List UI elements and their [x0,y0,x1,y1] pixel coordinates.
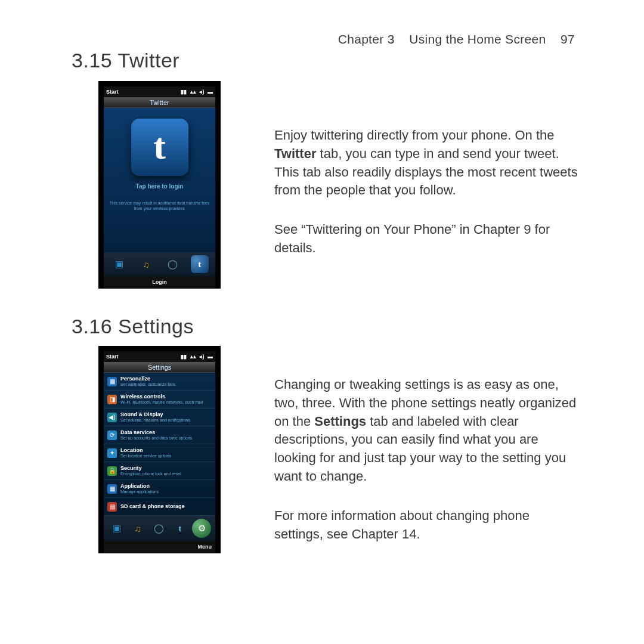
home-tabs: ▣ ♫ ◯ t [104,252,215,276]
settings-row-wireless[interactable]: ◨ Wireless controlsWi-Fi, Bluetooth, mob… [104,391,215,408]
start-label[interactable]: Start [106,354,119,360]
chapter-label: Chapter 3 [338,32,395,46]
status-icons: ▮▮ ▴▴ ◂) ▬ [179,89,213,95]
settings-row-application[interactable]: ▦ ApplicationManage applications [104,480,215,498]
settings-row-personalize[interactable]: ▦ PersonalizeSet wallpaper, customize ta… [104,373,215,391]
phone-screenshot-twitter: Start ▮▮ ▴▴ ◂) ▬ Twitter t Tap here to l… [98,81,221,289]
phone-screenshot-settings: Start ▮▮ ▴▴ ◂) ▬ Settings ▦ PersonalizeS… [98,346,221,553]
tab-internet[interactable]: ◯ [164,255,182,273]
tab-photos[interactable]: ▣ [108,519,126,537]
network-icon: ▮▮ [181,89,187,95]
twitter-body: t Tap here to login This service may res… [104,108,215,252]
tab-photos[interactable]: ▣ [110,255,128,273]
sdcard-icon: ▤ [107,502,117,512]
settings-row-security[interactable]: 🔒 SecurityEncryption, phone lock and res… [104,462,215,480]
battery-icon: ▬ [208,354,213,360]
section-heading-settings: 3.16 Settings [72,315,194,338]
battery-icon: ▬ [208,89,213,95]
tab-twitter[interactable]: t [171,519,189,537]
signal-icon: ▴▴ [190,354,196,360]
tab-twitter-active[interactable]: t [191,255,209,273]
network-icon: ▮▮ [181,354,187,360]
settings-paragraph-1: Changing or tweaking settings is as easy… [274,376,578,486]
settings-row-data[interactable]: ⟳ Data servicesSet up accounts and data … [104,426,215,444]
softkey-menu[interactable]: Menu [198,544,212,550]
chapter-title: Using the Home Screen [409,32,546,46]
volume-icon: ◂) [199,354,204,360]
screen-title: Settings [104,362,215,373]
page-header: Chapter 3 Using the Home Screen 97 [338,32,575,47]
screen-title: Twitter [104,97,215,108]
start-label[interactable]: Start [106,89,119,95]
data-icon: ⟳ [107,431,117,440]
twitter-paragraph-2: See “Twittering on Your Phone” in Chapte… [274,221,578,258]
softkey-bar: Menu [104,541,215,553]
volume-icon: ◂) [199,89,204,95]
status-icons: ▮▮ ▴▴ ◂) ▬ [179,354,213,360]
settings-row-sound[interactable]: ◀) Sound & DisplaySet volume, ringtone a… [104,408,215,426]
twitter-paragraph-1: Enjoy twittering directly from your phon… [274,126,578,200]
location-icon: ✦ [107,448,117,458]
tab-music[interactable]: ♫ [129,519,147,537]
softkey-login[interactable]: Login [152,279,167,285]
page-number: 97 [561,32,575,46]
lock-icon: 🔒 [107,466,117,476]
tab-internet[interactable]: ◯ [150,519,168,537]
settings-list: ▦ PersonalizeSet wallpaper, customize ta… [104,373,215,516]
wireless-icon: ◨ [107,395,117,404]
tab-music[interactable]: ♫ [137,255,155,273]
section-heading-twitter: 3.15 Twitter [72,49,179,72]
app-icon: ▦ [107,484,117,494]
home-tabs: ▣ ♫ ◯ t ⚙ [104,516,215,541]
softkey-bar: Login [104,276,215,288]
login-link[interactable]: Tap here to login [136,183,184,190]
signal-icon: ▴▴ [190,89,196,95]
personalize-icon: ▦ [107,377,117,386]
twitter-app-icon[interactable]: t [131,119,188,176]
sound-icon: ◀) [107,413,117,422]
data-disclaimer: This service may result in additional da… [104,200,215,211]
settings-paragraph-2: For more information about changing phon… [274,507,578,544]
status-bar: Start ▮▮ ▴▴ ◂) ▬ [104,351,215,362]
settings-row-storage[interactable]: ▤ SD card & phone storage [104,498,215,516]
tab-settings-active[interactable]: ⚙ [192,519,211,538]
settings-row-location[interactable]: ✦ LocationSet location service options [104,444,215,462]
status-bar: Start ▮▮ ▴▴ ◂) ▬ [104,86,215,97]
